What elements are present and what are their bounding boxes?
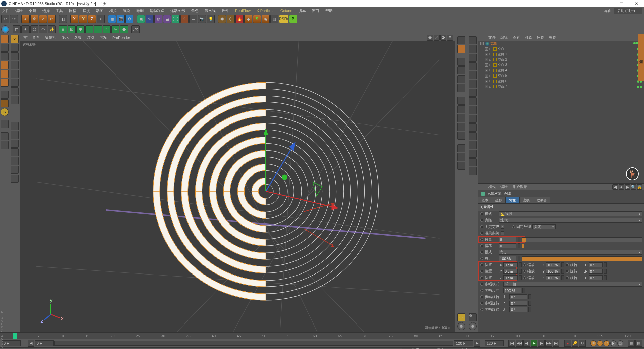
tree-root[interactable]: − 克隆 [478,41,644,46]
scale-tool-icon[interactable]: ⤢ [39,15,47,23]
rtc2-c-icon[interactable] [469,54,477,62]
step-fwd-icon[interactable]: ▶▶ [545,340,552,347]
tree-child[interactable]: + L 空白.1 [478,52,644,57]
menu-pipeline[interactable]: 流水线 [205,8,216,13]
sel-rect-icon[interactable]: ◻ [13,25,21,33]
rtc2-o-icon[interactable] [469,158,477,166]
menu-window[interactable]: 窗口 [312,8,319,13]
mg-instance-icon[interactable]: ⬚ [85,25,93,33]
rtc2-g-icon[interactable] [469,89,477,97]
rtc2-m-icon[interactable] [469,141,477,149]
key-scale-icon[interactable]: ⤢ [597,340,603,346]
range-slider[interactable] [54,341,453,346]
rtc2-l-icon[interactable] [469,132,477,140]
rtc2-e-icon[interactable] [469,71,477,79]
object-tree[interactable]: − 克隆 + L 空白 + L 空白.1 + L 空白.2 + L 空白.3 +… [478,41,644,183]
menu-edit[interactable]: 编辑 [15,8,23,13]
key-p-icon[interactable]: P [610,340,616,346]
menu-xparticles[interactable]: X-Particles [257,9,274,13]
spinner[interactable] [561,269,564,274]
edge-mode-icon[interactable] [1,70,9,78]
menu-sculpt[interactable]: 雕刻 [136,8,144,13]
am-up-icon[interactable]: ▲ [619,184,624,190]
anim-dot-icon[interactable] [480,308,483,311]
maximize-button[interactable]: ☐ [614,0,629,7]
tree-child-name[interactable]: 空白.3 [498,63,637,67]
fixtex-dropdown[interactable]: 关闭 [532,224,556,229]
frame-end-input[interactable]: 120 F [454,340,473,346]
expand-icon[interactable]: + [485,85,488,88]
total-input[interactable]: 100 % [499,256,516,261]
menu-file[interactable]: 文件 [2,8,9,13]
mode2-dropdown[interactable]: 每步 [499,250,642,255]
menu-create[interactable]: 创建 [29,8,36,13]
anim-dot-icon[interactable] [480,251,483,254]
key-pla-icon[interactable]: □ [617,340,623,346]
spinner[interactable] [528,294,531,299]
grid2-icon[interactable] [1,141,9,149]
anim-dot-icon[interactable] [480,263,483,266]
rtc2-h-icon[interactable] [469,97,477,105]
grid5-icon[interactable] [11,140,19,148]
total-spinner[interactable] [518,256,520,261]
vp-menu-filter[interactable]: 过滤 [87,35,94,40]
attr-tab-obj[interactable]: 对象 [506,197,520,203]
mode-dropdown[interactable]: 📐 线性 [499,211,642,216]
globe-icon[interactable]: 🌐 [1,25,9,33]
tree-child-name[interactable]: 空白.6 [498,79,637,84]
menu-tools[interactable]: 工具 [56,8,63,13]
pts-icon[interactable] [11,79,19,87]
anim-dot-icon[interactable] [512,225,515,228]
menu-mesh[interactable]: 网格 [69,8,76,13]
stepsize-input[interactable]: 100 % [503,288,521,293]
anim-dot-icon[interactable] [480,238,483,241]
anim-dot-icon[interactable] [480,244,483,247]
anim-dot-icon[interactable] [480,225,483,228]
tree-child[interactable]: + L 空白.4 [478,68,644,73]
spinner[interactable] [522,288,525,293]
redo-icon[interactable]: ↷ [10,15,18,23]
model-mode-icon[interactable] [1,35,9,43]
psr-button[interactable]: PSR0 [279,15,288,23]
om-tab-obj[interactable]: 对象 [525,35,532,40]
close-button[interactable]: ✕ [629,0,644,7]
tool5-icon[interactable]: ◉ [262,15,270,23]
grid7-icon[interactable] [11,157,19,165]
seg-icon[interactable] [11,87,19,95]
grid6-icon[interactable] [11,148,19,156]
b-button[interactable]: B [289,15,297,23]
key-rot-icon[interactable]: ⟳ [604,340,610,346]
spinner[interactable] [528,301,531,306]
viewport-solo-icon[interactable] [1,99,9,107]
expand-icon[interactable]: + [485,58,488,61]
menu-plugins[interactable]: 插件 [222,8,229,13]
vp-menu-cam[interactable]: 摄像机 [45,35,56,40]
tree-child[interactable]: + L 空白.7 [478,84,644,89]
rtc2-j-icon[interactable] [469,115,477,123]
tool1-icon[interactable]: ⬢ [218,15,226,23]
steprot-p-input[interactable]: 0 ° [509,301,527,306]
renderinst-checkbox[interactable] [501,231,504,235]
am-menu-edit[interactable]: 编辑 [500,184,508,189]
spinner[interactable] [604,262,607,267]
rtc1-n-icon[interactable] [457,162,465,170]
poly-mode-icon[interactable] [1,79,9,87]
steprot-b-input[interactable]: 0 ° [509,307,527,312]
fx-icon[interactable]: .fx [131,25,140,33]
vp-nav1-icon[interactable]: ✥ [427,35,433,41]
am-lock-icon[interactable]: 🔒 [637,184,642,190]
om-tab-view[interactable]: 查看 [513,35,520,40]
count-input[interactable]: 8 [499,237,516,242]
rtc1-b-icon[interactable] [457,45,465,53]
grid8-icon[interactable] [11,166,19,174]
tree-child[interactable]: + L 空白.5 [478,73,644,79]
s-button[interactable]: S [253,15,261,23]
tl-a-icon[interactable]: ▦ [628,340,635,347]
tree-child[interactable]: + L 空白.3 [478,62,644,68]
am-mag-icon[interactable]: 🔍 [631,184,636,190]
pos-y-input[interactable]: 0 cm [503,269,518,274]
magnet-icon[interactable] [1,120,9,128]
curve-icon[interactable] [11,61,19,69]
expand-icon[interactable]: + [485,47,488,51]
tree-child-name[interactable]: 空白.4 [498,68,637,73]
